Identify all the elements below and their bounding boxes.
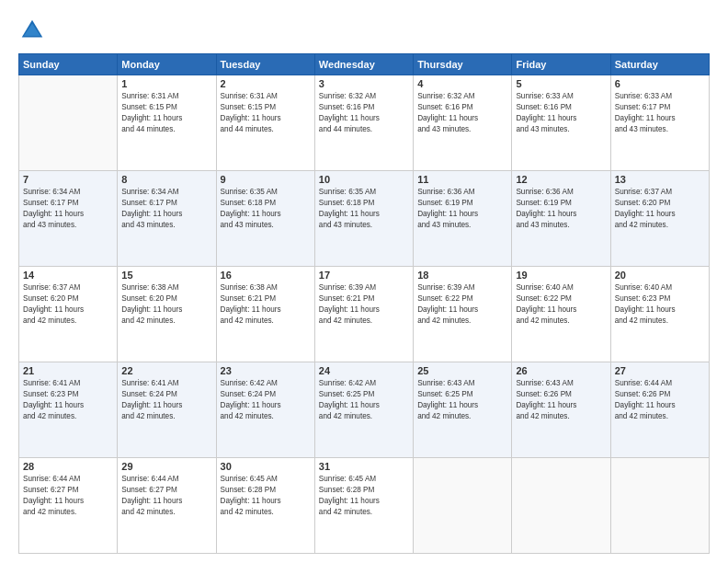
day-number: 11 bbox=[417, 174, 507, 185]
calendar-table: SundayMondayTuesdayWednesdayThursdayFrid… bbox=[18, 53, 710, 554]
cell-info: Sunrise: 6:45 AM Sunset: 6:28 PM Dayligh… bbox=[221, 474, 311, 518]
calendar-cell: 23Sunrise: 6:42 AM Sunset: 6:24 PM Dayli… bbox=[216, 362, 314, 458]
page: SundayMondayTuesdayWednesdayThursdayFrid… bbox=[0, 0, 728, 563]
calendar-header-tuesday: Tuesday bbox=[216, 54, 314, 75]
cell-info: Sunrise: 6:41 AM Sunset: 6:24 PM Dayligh… bbox=[121, 378, 211, 422]
calendar-cell: 3Sunrise: 6:32 AM Sunset: 6:16 PM Daylig… bbox=[314, 75, 413, 171]
day-number: 30 bbox=[221, 461, 311, 472]
calendar-cell: 2Sunrise: 6:31 AM Sunset: 6:15 PM Daylig… bbox=[216, 75, 314, 171]
calendar-cell: 7Sunrise: 6:34 AM Sunset: 6:17 PM Daylig… bbox=[19, 171, 118, 267]
calendar-cell: 14Sunrise: 6:37 AM Sunset: 6:20 PM Dayli… bbox=[19, 267, 118, 362]
calendar-header-monday: Monday bbox=[118, 54, 216, 75]
cell-info: Sunrise: 6:39 AM Sunset: 6:21 PM Dayligh… bbox=[319, 282, 409, 327]
day-number: 31 bbox=[319, 461, 409, 472]
logo bbox=[18, 17, 51, 44]
cell-info: Sunrise: 6:31 AM Sunset: 6:15 PM Dayligh… bbox=[121, 91, 211, 135]
cell-info: Sunrise: 6:38 AM Sunset: 6:21 PM Dayligh… bbox=[221, 282, 311, 327]
day-number: 8 bbox=[121, 174, 211, 185]
cell-info: Sunrise: 6:34 AM Sunset: 6:17 PM Dayligh… bbox=[121, 187, 211, 231]
calendar-cell: 5Sunrise: 6:33 AM Sunset: 6:16 PM Daylig… bbox=[512, 75, 610, 171]
calendar-cell: 18Sunrise: 6:39 AM Sunset: 6:22 PM Dayli… bbox=[414, 267, 512, 362]
calendar-cell: 9Sunrise: 6:35 AM Sunset: 6:18 PM Daylig… bbox=[216, 171, 314, 267]
calendar-header-wednesday: Wednesday bbox=[314, 54, 413, 75]
calendar-header-saturday: Saturday bbox=[610, 54, 709, 75]
calendar-cell: 16Sunrise: 6:38 AM Sunset: 6:21 PM Dayli… bbox=[216, 267, 314, 362]
day-number: 29 bbox=[121, 461, 211, 472]
cell-info: Sunrise: 6:33 AM Sunset: 6:17 PM Dayligh… bbox=[615, 91, 705, 135]
calendar-cell bbox=[512, 458, 610, 554]
calendar-header-sunday: Sunday bbox=[19, 54, 118, 75]
calendar-cell: 10Sunrise: 6:35 AM Sunset: 6:18 PM Dayli… bbox=[314, 171, 413, 267]
calendar-cell: 31Sunrise: 6:45 AM Sunset: 6:28 PM Dayli… bbox=[314, 458, 413, 554]
calendar-cell: 29Sunrise: 6:44 AM Sunset: 6:27 PM Dayli… bbox=[118, 458, 216, 554]
cell-info: Sunrise: 6:42 AM Sunset: 6:24 PM Dayligh… bbox=[221, 378, 311, 422]
day-number: 6 bbox=[615, 78, 705, 89]
cell-info: Sunrise: 6:38 AM Sunset: 6:20 PM Dayligh… bbox=[121, 282, 211, 327]
calendar-week-2: 7Sunrise: 6:34 AM Sunset: 6:17 PM Daylig… bbox=[19, 171, 710, 267]
day-number: 26 bbox=[516, 365, 606, 376]
day-number: 5 bbox=[516, 78, 606, 89]
cell-info: Sunrise: 6:36 AM Sunset: 6:19 PM Dayligh… bbox=[516, 187, 606, 231]
cell-info: Sunrise: 6:45 AM Sunset: 6:28 PM Dayligh… bbox=[319, 474, 409, 518]
calendar-header-row: SundayMondayTuesdayWednesdayThursdayFrid… bbox=[19, 54, 710, 75]
cell-info: Sunrise: 6:39 AM Sunset: 6:22 PM Dayligh… bbox=[417, 282, 507, 327]
calendar-week-4: 21Sunrise: 6:41 AM Sunset: 6:23 PM Dayli… bbox=[19, 362, 710, 458]
calendar-week-5: 28Sunrise: 6:44 AM Sunset: 6:27 PM Dayli… bbox=[19, 458, 710, 554]
day-number: 13 bbox=[615, 174, 705, 185]
day-number: 10 bbox=[319, 174, 409, 185]
cell-info: Sunrise: 6:41 AM Sunset: 6:23 PM Dayligh… bbox=[23, 378, 113, 422]
day-number: 19 bbox=[516, 270, 606, 281]
calendar-cell: 28Sunrise: 6:44 AM Sunset: 6:27 PM Dayli… bbox=[19, 458, 118, 554]
cell-info: Sunrise: 6:37 AM Sunset: 6:20 PM Dayligh… bbox=[615, 187, 705, 231]
day-number: 23 bbox=[221, 365, 311, 376]
calendar-week-1: 1Sunrise: 6:31 AM Sunset: 6:15 PM Daylig… bbox=[19, 75, 710, 171]
day-number: 22 bbox=[121, 365, 211, 376]
calendar-cell: 20Sunrise: 6:40 AM Sunset: 6:23 PM Dayli… bbox=[610, 267, 709, 362]
day-number: 20 bbox=[615, 270, 705, 281]
calendar-cell bbox=[610, 458, 709, 554]
cell-info: Sunrise: 6:37 AM Sunset: 6:20 PM Dayligh… bbox=[23, 282, 113, 327]
calendar-cell: 21Sunrise: 6:41 AM Sunset: 6:23 PM Dayli… bbox=[19, 362, 118, 458]
cell-info: Sunrise: 6:35 AM Sunset: 6:18 PM Dayligh… bbox=[221, 187, 311, 231]
calendar-cell: 4Sunrise: 6:32 AM Sunset: 6:16 PM Daylig… bbox=[414, 75, 512, 171]
calendar-cell bbox=[414, 458, 512, 554]
cell-info: Sunrise: 6:42 AM Sunset: 6:25 PM Dayligh… bbox=[319, 378, 409, 422]
logo-icon bbox=[18, 17, 46, 44]
calendar-cell: 24Sunrise: 6:42 AM Sunset: 6:25 PM Dayli… bbox=[314, 362, 413, 458]
cell-info: Sunrise: 6:40 AM Sunset: 6:23 PM Dayligh… bbox=[615, 282, 705, 327]
calendar-cell bbox=[19, 75, 118, 171]
calendar-cell: 6Sunrise: 6:33 AM Sunset: 6:17 PM Daylig… bbox=[610, 75, 709, 171]
cell-info: Sunrise: 6:34 AM Sunset: 6:17 PM Dayligh… bbox=[23, 187, 113, 231]
cell-info: Sunrise: 6:33 AM Sunset: 6:16 PM Dayligh… bbox=[516, 91, 606, 135]
calendar-cell: 22Sunrise: 6:41 AM Sunset: 6:24 PM Dayli… bbox=[118, 362, 216, 458]
day-number: 7 bbox=[23, 174, 113, 185]
calendar-cell: 15Sunrise: 6:38 AM Sunset: 6:20 PM Dayli… bbox=[118, 267, 216, 362]
day-number: 1 bbox=[121, 78, 211, 89]
cell-info: Sunrise: 6:40 AM Sunset: 6:22 PM Dayligh… bbox=[516, 282, 606, 327]
cell-info: Sunrise: 6:31 AM Sunset: 6:15 PM Dayligh… bbox=[221, 91, 311, 135]
cell-info: Sunrise: 6:44 AM Sunset: 6:27 PM Dayligh… bbox=[23, 474, 113, 518]
calendar-cell: 12Sunrise: 6:36 AM Sunset: 6:19 PM Dayli… bbox=[512, 171, 610, 267]
calendar-header-thursday: Thursday bbox=[414, 54, 512, 75]
header bbox=[18, 17, 710, 44]
cell-info: Sunrise: 6:36 AM Sunset: 6:19 PM Dayligh… bbox=[417, 187, 507, 231]
calendar-cell: 30Sunrise: 6:45 AM Sunset: 6:28 PM Dayli… bbox=[216, 458, 314, 554]
day-number: 27 bbox=[615, 365, 705, 376]
calendar-header-friday: Friday bbox=[512, 54, 610, 75]
calendar-cell: 8Sunrise: 6:34 AM Sunset: 6:17 PM Daylig… bbox=[118, 171, 216, 267]
calendar-cell: 19Sunrise: 6:40 AM Sunset: 6:22 PM Dayli… bbox=[512, 267, 610, 362]
day-number: 9 bbox=[221, 174, 311, 185]
calendar-cell: 11Sunrise: 6:36 AM Sunset: 6:19 PM Dayli… bbox=[414, 171, 512, 267]
cell-info: Sunrise: 6:44 AM Sunset: 6:26 PM Dayligh… bbox=[615, 378, 705, 422]
calendar-week-3: 14Sunrise: 6:37 AM Sunset: 6:20 PM Dayli… bbox=[19, 267, 710, 362]
day-number: 18 bbox=[417, 270, 507, 281]
calendar-cell: 27Sunrise: 6:44 AM Sunset: 6:26 PM Dayli… bbox=[610, 362, 709, 458]
cell-info: Sunrise: 6:32 AM Sunset: 6:16 PM Dayligh… bbox=[319, 91, 409, 135]
calendar-cell: 25Sunrise: 6:43 AM Sunset: 6:25 PM Dayli… bbox=[414, 362, 512, 458]
day-number: 25 bbox=[417, 365, 507, 376]
day-number: 12 bbox=[516, 174, 606, 185]
cell-info: Sunrise: 6:44 AM Sunset: 6:27 PM Dayligh… bbox=[121, 474, 211, 518]
cell-info: Sunrise: 6:35 AM Sunset: 6:18 PM Dayligh… bbox=[319, 187, 409, 231]
day-number: 15 bbox=[121, 270, 211, 281]
calendar-cell: 13Sunrise: 6:37 AM Sunset: 6:20 PM Dayli… bbox=[610, 171, 709, 267]
